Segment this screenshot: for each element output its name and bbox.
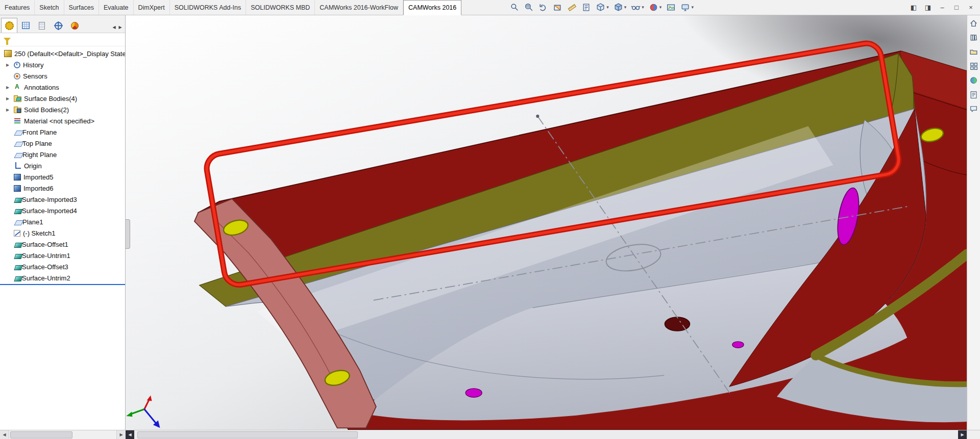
- tree-item-label: Annotations: [24, 84, 59, 91]
- dropdown-caret-icon[interactable]: ▾: [606, 5, 609, 10]
- tab-dimxpert[interactable]: DimXpert: [134, 0, 170, 15]
- zoom-to-area-icon[interactable]: [524, 3, 534, 12]
- design-library-icon[interactable]: [969, 33, 978, 42]
- tab-sketch[interactable]: Sketch: [35, 0, 64, 15]
- section-view-icon[interactable]: [553, 3, 562, 12]
- sensors-icon: [14, 73, 20, 80]
- dropdown-caret-icon[interactable]: ▾: [691, 5, 694, 10]
- tree-item-annotations[interactable]: ▶ Annotations: [0, 82, 125, 93]
- imported-solid-icon: [14, 185, 21, 192]
- scroll-right-button[interactable]: ▶: [116, 430, 126, 439]
- expand-arrow-icon[interactable]: ▶: [6, 108, 14, 112]
- tree-item-solid-bodies[interactable]: ▶ Solid Bodies(2): [0, 104, 125, 115]
- apply-scene-icon[interactable]: [666, 3, 676, 12]
- minimize-button[interactable]: –: [936, 2, 948, 13]
- previous-view-icon[interactable]: [538, 3, 548, 12]
- tree-item-surface-imported4[interactable]: Surface-Imported4: [0, 205, 125, 216]
- panel-tabs-scroll-right-icon[interactable]: ▶: [117, 25, 123, 30]
- view-palette-icon[interactable]: [969, 62, 978, 70]
- imported-solid-icon: [14, 174, 21, 180]
- scroll-right-button[interactable]: ▶: [958, 430, 967, 439]
- command-manager-tab-bar: Features Sketch Surfaces Evaluate DimXpe…: [0, 0, 980, 15]
- tab-dimxpertmanager[interactable]: [50, 18, 66, 33]
- expand-arrow-icon[interactable]: ▶: [6, 63, 14, 67]
- appearances-icon[interactable]: [969, 76, 978, 85]
- view-orientation-icon[interactable]: ▾: [596, 3, 609, 12]
- task-pane-home-icon[interactable]: [969, 19, 978, 28]
- rollback-bar[interactable]: [0, 284, 125, 285]
- tree-item-front-plane[interactable]: Front Plane: [0, 126, 125, 138]
- toggle-right-pane-button[interactable]: ◨: [922, 2, 934, 13]
- scroll-left-button[interactable]: ◀: [0, 430, 9, 439]
- display-style-icon[interactable]: ▾: [614, 3, 627, 12]
- graphics-area[interactable]: [126, 15, 967, 430]
- tree-item-surface-offset1[interactable]: Surface-Offset1: [0, 239, 125, 250]
- tab-solidworks-mbd[interactable]: SOLIDWORKS MBD: [246, 0, 315, 15]
- dark-hole[interactable]: [665, 317, 690, 331]
- tree-item-surface-untrim1[interactable]: Surface-Untrim1: [0, 250, 125, 261]
- scroll-track[interactable]: [134, 430, 958, 439]
- scroll-left-button[interactable]: ◀: [126, 430, 134, 439]
- panel-horizontal-scrollbar[interactable]: ◀ ▶: [0, 430, 126, 439]
- scroll-thumb[interactable]: [10, 431, 72, 438]
- measure-icon[interactable]: [567, 3, 577, 12]
- tree-item-plane1[interactable]: Plane1: [0, 216, 125, 227]
- view-settings-icon[interactable]: ▾: [680, 3, 694, 12]
- file-explorer-icon[interactable]: [969, 47, 978, 56]
- tab-configurationmanager[interactable]: [34, 18, 50, 33]
- tree-item-surface-offset3[interactable]: Surface-Offset3: [0, 261, 125, 272]
- scroll-track[interactable]: [9, 430, 116, 439]
- mass-properties-icon[interactable]: [581, 3, 591, 12]
- dropdown-caret-icon[interactable]: ▾: [659, 5, 662, 10]
- dropdown-caret-icon[interactable]: ▾: [642, 5, 644, 10]
- tree-item-imported6[interactable]: Imported6: [0, 183, 125, 194]
- tree-item-label: Surface-Offset1: [22, 241, 68, 248]
- edit-appearance-icon[interactable]: ▾: [649, 3, 662, 12]
- tab-featuremanager-design-tree[interactable]: [1, 18, 17, 33]
- displaymanager-icon: [71, 22, 79, 30]
- tree-item-label: Solid Bodies(2): [24, 106, 69, 114]
- sketch-icon: [14, 230, 20, 237]
- sketch-point[interactable]: [536, 115, 539, 118]
- tab-displaymanager[interactable]: [66, 18, 83, 33]
- tree-item-root-part[interactable]: 250 (Default<<Default>_Display State 1>): [0, 48, 125, 59]
- tab-surfaces[interactable]: Surfaces: [64, 0, 99, 15]
- scroll-thumb[interactable]: [137, 431, 358, 438]
- tree-item-right-plane[interactable]: Right Plane: [0, 149, 125, 160]
- origin-icon: [14, 162, 21, 169]
- tab-camworks-workflow[interactable]: CAMWorks 2016-WorkFlow: [315, 0, 403, 15]
- expand-arrow-icon[interactable]: ▶: [6, 85, 14, 90]
- annotations-icon: [14, 84, 21, 91]
- hide-show-items-icon[interactable]: ▾: [631, 3, 644, 12]
- dropdown-caret-icon[interactable]: ▾: [624, 5, 627, 10]
- tab-camworks-2016[interactable]: CAMWorks 2016: [403, 0, 461, 15]
- tree-item-surface-bodies[interactable]: ▶ Surface Bodies(4): [0, 93, 125, 104]
- tree-item-surface-untrim2[interactable]: Surface-Untrim2: [0, 272, 125, 283]
- tab-evaluate[interactable]: Evaluate: [99, 0, 134, 15]
- tree-item-history[interactable]: ▶ History: [0, 59, 125, 70]
- tab-features[interactable]: Features: [0, 0, 35, 15]
- tab-propertymanager[interactable]: [17, 18, 34, 33]
- panel-tabs-scroll-left-icon[interactable]: ◀: [111, 25, 117, 30]
- tree-item-surface-imported3[interactable]: Surface-Imported3: [0, 194, 125, 205]
- tree-item-sensors[interactable]: Sensors: [0, 70, 125, 82]
- filter-funnel-icon[interactable]: [4, 38, 11, 42]
- toggle-left-pane-button[interactable]: ◧: [908, 2, 920, 13]
- tree-item-top-plane[interactable]: Top Plane: [0, 138, 125, 149]
- tree-item-material[interactable]: Material <not specified>: [0, 115, 125, 126]
- model-view[interactable]: [126, 15, 967, 430]
- zoom-to-fit-icon[interactable]: [510, 3, 520, 12]
- custom-properties-icon[interactable]: [969, 90, 978, 99]
- viewport-horizontal-scrollbar[interactable]: ◀ ▶: [126, 430, 967, 439]
- close-button[interactable]: ×: [965, 2, 977, 13]
- tree-item-label: Imported5: [23, 173, 54, 181]
- panel-splitter-handle[interactable]: [126, 219, 130, 249]
- tree-item-label: Surface-Offset3: [22, 263, 68, 271]
- tree-item-sketch1[interactable]: (-) Sketch1: [0, 227, 125, 239]
- expand-arrow-icon[interactable]: ▶: [6, 96, 14, 101]
- tree-item-imported5[interactable]: Imported5: [0, 171, 125, 183]
- forum-icon[interactable]: [969, 105, 978, 113]
- tree-item-origin[interactable]: Origin: [0, 160, 125, 171]
- maximize-button[interactable]: □: [950, 2, 963, 13]
- tab-solidworks-addins[interactable]: SOLIDWORKS Add-Ins: [170, 0, 247, 15]
